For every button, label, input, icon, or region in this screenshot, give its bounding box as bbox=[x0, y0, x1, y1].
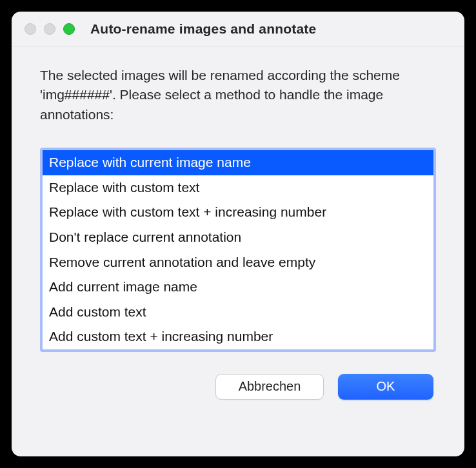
list-item[interactable]: Add custom text bbox=[43, 300, 433, 325]
zoom-icon[interactable] bbox=[63, 23, 75, 35]
list-item[interactable]: Remove current annotation and leave empt… bbox=[43, 250, 433, 275]
minimize-icon[interactable] bbox=[44, 23, 55, 35]
ok-button[interactable]: OK bbox=[338, 374, 433, 400]
titlebar: Auto-rename images and annotate bbox=[12, 12, 464, 46]
window-title: Auto-rename images and annotate bbox=[90, 21, 316, 37]
annotation-method-listbox[interactable]: Replace with current image name Replace … bbox=[40, 148, 436, 351]
list-item[interactable]: Replace with current image name bbox=[43, 150, 433, 175]
dialog-body: The selected images will be renamed acco… bbox=[12, 46, 464, 456]
dialog-window: Auto-rename images and annotate The sele… bbox=[12, 12, 464, 456]
dialog-message: The selected images will be renamed acco… bbox=[40, 66, 436, 124]
list-item[interactable]: Replace with custom text + increasing nu… bbox=[43, 200, 433, 225]
button-row: Abbrechen OK bbox=[40, 374, 436, 400]
close-icon[interactable] bbox=[25, 23, 36, 35]
list-item[interactable]: Replace with custom text bbox=[43, 175, 433, 200]
cancel-button[interactable]: Abbrechen bbox=[215, 374, 324, 400]
list-item[interactable]: Add custom text + increasing number bbox=[43, 324, 433, 349]
list-item[interactable]: Add current image name bbox=[43, 275, 433, 300]
list-item[interactable]: Don't replace current annotation bbox=[43, 225, 433, 250]
window-controls bbox=[25, 23, 75, 35]
